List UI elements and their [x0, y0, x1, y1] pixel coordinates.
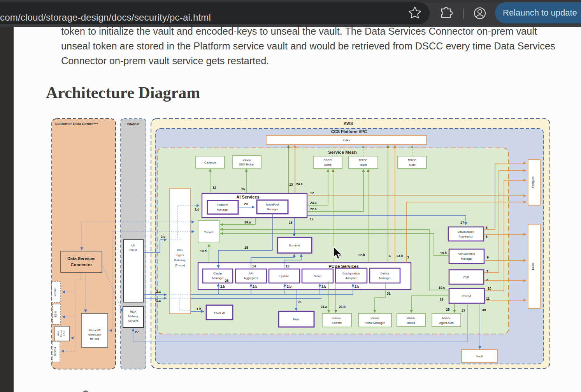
svg-text:26: 26 [298, 300, 302, 304]
svg-text:2.a: 2.a [156, 290, 161, 294]
svg-text:27: 27 [135, 330, 139, 334]
svg-text:Kafka: Kafka [342, 139, 350, 142]
svg-text:NodePool: NodePool [266, 203, 279, 206]
svg-text:31: 31 [387, 292, 391, 295]
svg-text:Secrets: Secrets [332, 321, 342, 325]
svg-text:2.b: 2.b [355, 285, 359, 288]
svg-text:30: 30 [482, 308, 486, 312]
svg-text:DSCC: DSCC [359, 158, 367, 162]
svg-text:14: 14 [252, 264, 256, 268]
svg-text:nt 8.0: nt 8.0 [63, 330, 65, 337]
svg-text:API: API [249, 272, 253, 275]
svg-text:2.b: 2.b [220, 285, 225, 288]
svg-text:ProLia: ProLia [60, 330, 62, 337]
svg-text:2.d: 2.d [195, 207, 199, 211]
svg-text:Platform: Platform [217, 203, 228, 207]
svg-text:17: 17 [460, 221, 464, 225]
svg-text:Gateway: Gateway [174, 258, 186, 262]
svg-text:16: 16 [289, 221, 293, 225]
svg-text:Agent Auth: Agent Auth [439, 321, 454, 325]
svg-text:13: 13 [289, 183, 293, 186]
svg-text:DSCC: DSCC [242, 158, 251, 162]
svg-text:DSCC: DSCC [323, 158, 332, 162]
svg-text:DSCC: DSCC [442, 316, 451, 320]
svg-text:Ingres: Ingres [176, 253, 184, 257]
svg-text:9: 9 [487, 255, 489, 259]
svg-text:SSO Broker: SSO Broker [239, 163, 255, 166]
svg-text:24.a: 24.a [296, 182, 303, 186]
svg-text:Portal Manager: Portal Manager [365, 321, 385, 325]
svg-text:(Envoy): (Envoy) [175, 264, 185, 267]
svg-text:2.c: 2.c [161, 235, 165, 239]
svg-text:Fleet: Fleet [293, 318, 300, 321]
svg-text:22.a: 22.a [310, 207, 317, 211]
svg-text:27: 27 [462, 309, 465, 313]
svg-text:Issues: Issues [407, 321, 415, 325]
svg-text:Manager: Manager [212, 276, 224, 280]
svg-text:Vault: Vault [476, 355, 483, 358]
svg-text:vCenter: vCenter [54, 287, 56, 297]
svg-text:ESXi: ESXi [54, 311, 57, 317]
svg-text:Device: Device [381, 272, 390, 275]
svg-text:Data Services: Data Services [67, 256, 95, 261]
svg-text:CCS Platform VPC: CCS Platform VPC [331, 129, 367, 134]
svg-text:DSCC: DSCC [370, 316, 379, 320]
svg-text:Service Mesh: Service Mesh [328, 150, 357, 155]
svg-text:Istio: Istio [177, 248, 183, 252]
svg-text:CVP: CVP [463, 276, 469, 279]
svg-text:Setup: Setup [314, 274, 321, 278]
svg-text:for Files: for Files [90, 338, 99, 340]
svg-text:Customer Data Center***: Customer Data Center*** [54, 121, 98, 126]
svg-text:22.b: 22.b [358, 253, 365, 257]
svg-text:Analyzer: Analyzer [345, 276, 357, 280]
svg-text:Aggregator: Aggregator [244, 276, 258, 280]
svg-text:19.b: 19.b [440, 251, 447, 255]
svg-text:11: 11 [486, 297, 490, 301]
svg-text:19.c: 19.c [439, 286, 445, 290]
svg-text:HPE: HPE [57, 331, 60, 336]
svg-text:19.a: 19.a [244, 220, 251, 224]
svg-text:15: 15 [286, 264, 290, 268]
svg-text:28: 28 [446, 308, 450, 311]
svg-text:RDA: RDA [130, 310, 136, 313]
svg-text:GreenLake: GreenLake [88, 333, 101, 336]
svg-text:Virtualization: Virtualization [458, 230, 474, 234]
svg-text:Configuration: Configuration [342, 272, 360, 275]
svg-text:Virtualization: Virtualization [458, 252, 475, 256]
svg-text:Manager: Manager [217, 208, 228, 211]
svg-text:Client: Client [129, 248, 137, 252]
svg-text:4: 4 [389, 254, 391, 258]
svg-text:DSCC: DSCC [407, 316, 415, 320]
svg-text:Midway: Midway [128, 315, 138, 318]
svg-text:2.b: 2.b [321, 285, 326, 288]
svg-text:Audit: Audit [409, 163, 416, 167]
svg-text:Manager: Manager [379, 276, 391, 280]
svg-text:Manager: Manager [461, 257, 472, 260]
svg-text:24.b: 24.b [397, 254, 403, 258]
svg-text:Aggregator: Aggregator [458, 235, 473, 238]
svg-text:Ezmeral: Ezmeral [289, 244, 300, 247]
svg-text:18: 18 [244, 246, 248, 250]
svg-text:UI/: UI/ [131, 244, 135, 247]
svg-text:Tunnel: Tunnel [204, 230, 213, 234]
svg-text:PCAI UI: PCAI UI [214, 311, 225, 315]
svg-text:Postgres: Postgres [531, 176, 535, 188]
svg-text:Update: Update [279, 274, 289, 278]
svg-text:DL380A: DL380A [54, 347, 56, 356]
svg-text:Manager: Manager [267, 207, 278, 211]
svg-text:Kafka: Kafka [531, 262, 535, 270]
svg-text:Servers: Servers [128, 319, 138, 323]
svg-text:Alletra MP: Alletra MP [89, 329, 100, 332]
svg-text:21.b: 21.b [339, 305, 346, 309]
svg-text:Internet: Internet [126, 122, 139, 126]
svg-text:1.a: 1.a [156, 299, 161, 302]
svg-text:25: 25 [241, 187, 245, 191]
svg-text:32: 32 [212, 186, 216, 190]
svg-text:DSCC: DSCC [408, 158, 416, 162]
svg-text:Cadence: Cadence [204, 161, 216, 164]
svg-text:10: 10 [488, 287, 491, 290]
svg-text:2.b: 2.b [287, 285, 291, 288]
svg-text:23.a: 23.a [310, 201, 317, 205]
svg-text:20: 20 [244, 202, 248, 206]
svg-text:DSCM: DSCM [462, 294, 471, 298]
